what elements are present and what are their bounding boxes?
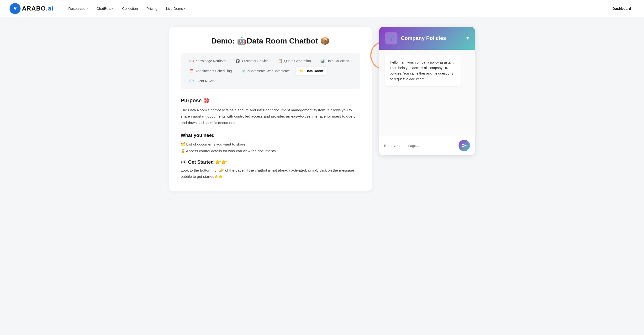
tab-customer-service[interactable]: 🎧 Customer Service (232, 57, 272, 65)
logo[interactable]: K ARABO.ai (10, 3, 54, 14)
calendar-icon: 📅 (189, 69, 194, 73)
nav-item-pricing[interactable]: Pricing (143, 5, 161, 13)
tabs-container: 📖 Knowledge Retrieval 🎧 Customer Service… (181, 53, 360, 89)
chatbot-header-left: T Company Policies (385, 32, 446, 45)
chatbot-panel: T Company Policies ▾ Hello, I am your co… (379, 27, 475, 155)
chatbot-outer: T Company Policies ▾ Hello, I am your co… (379, 27, 475, 155)
what-you-need-title: What you need (181, 133, 360, 138)
folder-icon: 📁 (299, 69, 304, 73)
purpose-body: The Data Room Chatbot acts as a secure a… (181, 107, 360, 126)
need-item-1: 🗂️ List of documents you want to share (181, 141, 360, 148)
nav-item-resources[interactable]: Resources ▾ (65, 5, 91, 13)
chat-input[interactable] (384, 144, 456, 148)
get-started-title: 👀 Get Started 👉👉 (181, 159, 360, 165)
main-content: Demo: 🤖Data Room Chatbot 📦 📖 Knowledge R… (155, 17, 489, 201)
need-item-2: 🔒 Access control details for who can vie… (181, 148, 360, 154)
headset-icon: 🎧 (236, 59, 240, 63)
chevron-down-icon: ▾ (86, 7, 88, 10)
chatbot-title: Company Policies (401, 35, 446, 41)
tab-appointment[interactable]: 📅 Appointment Scheduling (186, 67, 236, 75)
karabo-logo-icon: T (389, 34, 393, 42)
chart-icon: 📊 (320, 59, 325, 63)
get-started-body: Look to the bottom right👉 of the page. I… (181, 167, 360, 180)
need-items: 🗂️ List of documents you want to share 🔒… (181, 141, 360, 154)
demo-title: Demo: 🤖Data Room Chatbot 📦 (181, 36, 360, 45)
logo-text: ARABO.ai (22, 5, 54, 12)
chatbot-window: T Company Policies ▾ Hello, I am your co… (379, 27, 475, 155)
logo-suffix: .ai (46, 5, 54, 12)
nav-item-livedemo[interactable]: Live Demo ▾ (162, 5, 189, 13)
nav-item-chatbots[interactable]: ChatBots ▾ (93, 5, 117, 13)
purpose-title: Purpose 🎯 (181, 98, 360, 104)
dashboard-link[interactable]: Dashboard (609, 5, 634, 13)
book-icon: 📖 (189, 59, 194, 63)
nav-links: Resources ▾ ChatBots ▾ Collection Pricin… (65, 5, 634, 13)
logo-icon: K (10, 3, 20, 14)
chatbot-body: Hello, I am your company policy assistan… (379, 50, 475, 136)
chatbot-chevron-down-icon[interactable]: ▾ (466, 35, 469, 41)
nav-item-collection[interactable]: Collection (119, 5, 141, 13)
tab-data-room[interactable]: 📁 Data Room (296, 67, 327, 75)
tab-data-collection[interactable]: 📊 Data Collection (316, 57, 353, 65)
document-icon: 📋 (278, 59, 282, 63)
chatbot-footer (379, 136, 475, 155)
tab-event-rsvp[interactable]: ✉️ Event RSVP (186, 77, 218, 85)
send-icon (462, 143, 467, 148)
navbar: K ARABO.ai Resources ▾ ChatBots ▾ Collec… (0, 0, 644, 17)
tab-ecommerce[interactable]: 🛒 eCommerce WooCommerce (238, 67, 294, 75)
envelope-icon: ✉️ (189, 79, 194, 83)
tab-knowledge[interactable]: 📖 Knowledge Retrieval (186, 57, 230, 65)
chevron-down-icon: ▾ (184, 7, 186, 10)
chatbot-header: T Company Policies ▾ (379, 27, 475, 50)
cart-icon: 🛒 (241, 69, 246, 73)
send-button[interactable] (458, 140, 470, 151)
chatbot-logo: T (385, 32, 398, 45)
welcome-message-bubble: Hello, I am your company policy assistan… (385, 56, 461, 86)
demo-card: Demo: 🤖Data Room Chatbot 📦 📖 Knowledge R… (169, 27, 372, 191)
chevron-down-icon: ▾ (112, 7, 114, 10)
tab-quote[interactable]: 📋 Quote Generation (274, 57, 314, 65)
